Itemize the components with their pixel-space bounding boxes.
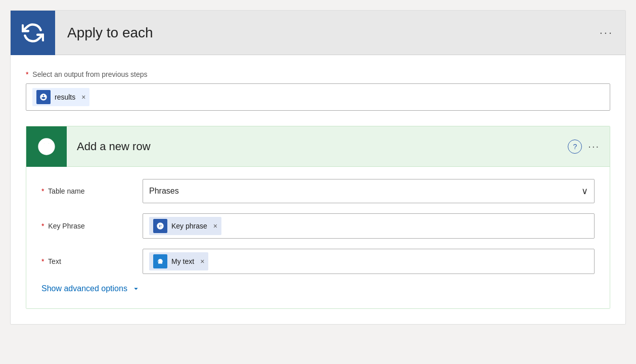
output-label: * Select an output from previous steps [26,70,610,78]
show-advanced-chevron-icon [131,284,141,293]
table-name-label: * Table name [41,187,143,195]
my-text-tag-text: My text [171,257,194,265]
main-container: Apply to each ··· * Select an output fro… [10,10,626,325]
table-name-select[interactable]: Phrases ∨ [143,179,595,203]
action-more-button[interactable]: ··· [588,141,600,152]
show-advanced-button[interactable]: Show advanced options [41,284,595,293]
my-text-tag-close[interactable]: × [200,257,204,265]
results-tag-close[interactable]: × [81,93,85,101]
required-star: * [26,70,28,78]
results-tag-text: results [55,93,75,101]
loop-icon [22,22,44,44]
header: Apply to each ··· [11,11,625,55]
table-name-chevron: ∨ [581,186,588,197]
action-card-body: * Table name Phrases ∨ * Key Phrase [26,167,610,308]
header-more-button[interactable]: ··· [600,26,613,39]
flow-icon [39,93,48,101]
text-row: * Text My text × [41,249,595,274]
text-input[interactable]: My text × [143,249,595,274]
my-text-tag[interactable]: My text × [149,252,208,270]
key-phrase-tag[interactable]: Key phrase × [149,217,221,235]
text-label: * Text [41,257,143,265]
table-name-row: * Table name Phrases ∨ [41,179,595,203]
key-phrase-tag-icon [153,219,167,233]
header-icon-box [11,11,55,55]
header-title: Apply to each [67,25,600,41]
results-tag-icon [36,90,51,104]
action-card-title: Add a new row [77,140,568,153]
action-icon [36,136,57,157]
text-icon [156,257,164,265]
key-phrase-tag-text: Key phrase [171,222,207,230]
key-phrase-icon [156,222,164,230]
table-name-value: Phrases [149,187,179,196]
action-card: Add a new row ? ··· * Table name Phrases… [26,126,610,309]
body-content: * Select an output from previous steps r… [11,55,625,324]
key-phrase-label: * Key Phrase [41,222,143,230]
action-card-header: Add a new row ? ··· [26,126,610,167]
key-phrase-input[interactable]: Key phrase × [143,213,595,239]
my-text-tag-icon [153,254,167,268]
action-icon-box [26,126,67,167]
output-input-box[interactable]: results × [26,83,610,111]
help-button[interactable]: ? [568,140,582,154]
key-phrase-row: * Key Phrase Key p [41,213,595,239]
show-advanced-label: Show advanced options [41,284,127,293]
results-tag[interactable]: results × [32,88,89,106]
key-phrase-tag-close[interactable]: × [213,222,217,230]
svg-point-0 [43,143,50,150]
